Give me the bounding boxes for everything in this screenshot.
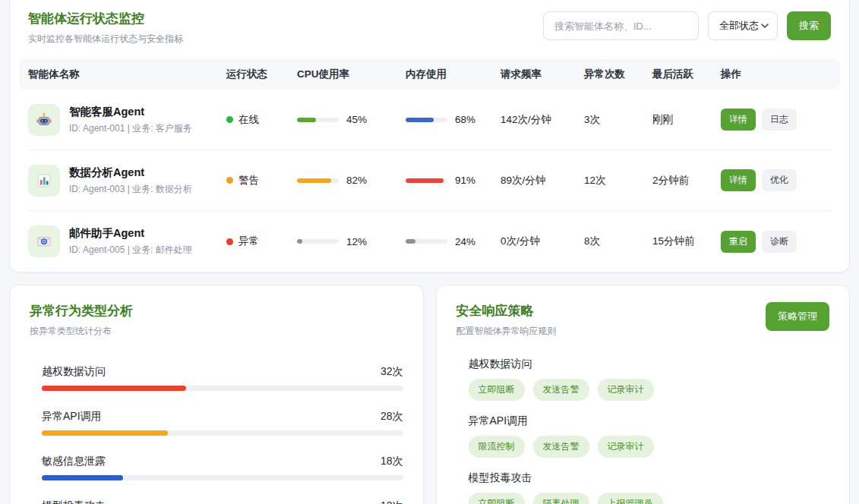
diagnose-button[interactable]: 诊断 [762, 231, 797, 253]
col-header-last-active: 最后活跃 [652, 68, 721, 81]
dashboard-page: 智能体运行状态监控 实时监控各智能体运行状态与安全指标 全部状态 搜索 智能体名… [0, 0, 859, 504]
robot-icon [28, 104, 60, 136]
table-row: 数据分析Agent ID: Agent-003 | 业务: 数据分析 警告 82… [28, 150, 831, 211]
col-header-actions: 操作 [721, 68, 831, 81]
cpu-meter: 45% [297, 114, 406, 125]
status-dot [226, 116, 233, 123]
policy-tag[interactable]: 上报管理员 [598, 493, 663, 504]
policy-group-name: 模型投毒攻击 [469, 471, 830, 485]
memory-meter: 24% [406, 236, 501, 247]
bar-category-label: 越权数据访问 [42, 365, 106, 379]
memory-value: 24% [455, 236, 475, 247]
memory-bar [406, 178, 444, 183]
status-filter-select[interactable]: 全部状态 [708, 11, 778, 40]
optimize-button[interactable]: 优化 [762, 169, 797, 191]
col-header-status: 运行状态 [226, 68, 297, 81]
memory-value: 91% [455, 175, 475, 186]
policy-manage-button[interactable]: 策略管理 [766, 302, 829, 331]
chart-bar-row: 模型投毒攻击 12次 [42, 499, 403, 504]
policy-title: 安全响应策略 [456, 302, 557, 320]
memory-meter: 91% [406, 175, 501, 186]
monitor-controls: 全部状态 搜索 [543, 11, 831, 40]
agent-table: 智能体名称 运行状态 CPU使用率 内存使用 请求频率 异常次数 最后活跃 操作 [28, 59, 831, 272]
bar-fill [42, 475, 123, 480]
col-header-requests: 请求频率 [501, 68, 584, 81]
status-badge: 异常 [226, 235, 297, 248]
status-label: 异常 [238, 235, 259, 248]
policy-tag[interactable]: 立即阻断 [469, 379, 525, 401]
table-header-row: 智能体名称 运行状态 CPU使用率 内存使用 请求频率 异常次数 最后活跃 操作 [19, 59, 840, 90]
bar-fill [42, 386, 186, 391]
agent-meta: ID: Agent-001 | 业务: 客户服务 [69, 122, 192, 135]
page-subtitle: 实时监控各智能体运行状态与安全指标 [28, 33, 183, 46]
detail-button[interactable]: 详情 [721, 169, 756, 191]
cpu-value: 12% [346, 236, 367, 247]
policy-tag[interactable]: 发送告警 [533, 436, 589, 458]
status-dot [226, 238, 233, 245]
security-policy-card: 安全响应策略 配置智能体异常响应规则 策略管理 越权数据访问 立即阻断 发送告警… [436, 285, 851, 504]
request-rate: 0次/分钟 [501, 235, 584, 248]
cpu-bar [297, 118, 316, 122]
status-dot [226, 177, 233, 184]
bar-value-label: 32次 [381, 365, 403, 379]
col-header-agent-name: 智能体名称 [28, 68, 226, 81]
policy-group-name: 异常API调用 [469, 414, 830, 428]
policy-tag[interactable]: 立即阻断 [469, 493, 525, 504]
chart-bar-row: 异常API调用 28次 [42, 410, 403, 436]
bar-category-label: 异常API调用 [42, 410, 102, 424]
cpu-value: 82% [346, 175, 367, 186]
policy-tag[interactable]: 发送告警 [533, 379, 589, 401]
bar-category-label: 敏感信息泄露 [42, 455, 106, 468]
cpu-value: 45% [346, 114, 367, 125]
status-filter-value: 全部状态 [719, 19, 759, 33]
cpu-bar [297, 239, 302, 244]
anomaly-bar-chart: 越权数据访问 32次 异常API调用 28次 敏感信息泄露 18次 [42, 365, 403, 504]
col-header-errors: 异常次数 [584, 68, 652, 81]
search-button[interactable]: 搜索 [787, 11, 831, 40]
error-count: 12次 [584, 174, 652, 187]
request-rate: 142次/分钟 [501, 113, 584, 127]
policy-title-block: 安全响应策略 配置智能体异常响应规则 [456, 302, 557, 338]
agent-name: 数据分析Agent [69, 165, 192, 180]
last-active: 2分钟前 [652, 174, 721, 187]
policy-group: 越权数据访问 立即阻断 发送告警 记录审计 [469, 358, 830, 401]
anomaly-chart-subtitle: 按异常类型统计分布 [30, 325, 403, 338]
last-active: 15分钟前 [652, 235, 721, 248]
policy-tag[interactable]: 记录审计 [598, 436, 654, 458]
memory-value: 68% [455, 114, 475, 125]
col-header-cpu: CPU使用率 [297, 68, 406, 81]
memory-bar [406, 118, 434, 122]
policy-tag[interactable]: 隔离处理 [533, 493, 589, 504]
agent-name: 邮件助手Agent [69, 226, 192, 241]
status-label: 在线 [238, 113, 259, 127]
policy-subtitle: 配置智能体异常响应规则 [456, 325, 557, 338]
agent-monitor-card: 智能体运行状态监控 实时监控各智能体运行状态与安全指标 全部状态 搜索 智能体名… [9, 0, 850, 272]
log-button[interactable]: 日志 [762, 109, 797, 131]
cpu-meter: 82% [297, 175, 406, 186]
last-active: 刚刚 [652, 113, 721, 127]
policy-group-name: 越权数据访问 [469, 358, 830, 371]
email-icon [28, 225, 60, 257]
memory-meter: 68% [406, 114, 501, 125]
cpu-bar [297, 178, 331, 183]
search-input[interactable] [543, 11, 699, 40]
restart-button[interactable]: 重启 [721, 231, 756, 253]
status-badge: 在线 [226, 113, 297, 127]
policy-tag[interactable]: 记录审计 [598, 379, 654, 401]
policy-group: 异常API调用 限流控制 发送告警 记录审计 [469, 414, 830, 458]
policy-tag[interactable]: 限流控制 [469, 436, 525, 458]
error-count: 3次 [584, 113, 652, 127]
bar-fill [42, 430, 168, 436]
status-badge: 警告 [226, 174, 297, 187]
agent-meta: ID: Agent-003 | 业务: 数据分析 [69, 183, 192, 196]
chart-bar-row: 越权数据访问 32次 [42, 365, 403, 391]
detail-button[interactable]: 详情 [721, 109, 756, 131]
bar-value-label: 28次 [381, 410, 403, 424]
chevron-down-icon [760, 21, 769, 30]
request-rate: 89次/分钟 [501, 174, 584, 187]
bar-value-label: 18次 [381, 455, 403, 468]
col-header-memory: 内存使用 [406, 68, 501, 81]
table-row: 邮件助手Agent ID: Agent-005 | 业务: 邮件处理 异常 12… [28, 211, 831, 272]
bar-category-label: 模型投毒攻击 [42, 499, 106, 504]
status-label: 警告 [238, 174, 259, 187]
